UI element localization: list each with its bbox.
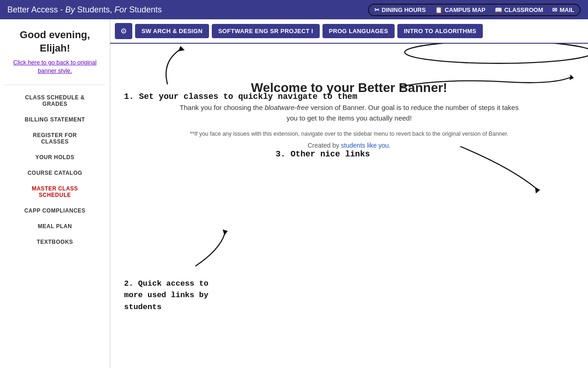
- welcome-desc-end: version of Banner. Our goal is to reduce…: [287, 104, 519, 122]
- welcome-desc-start: Thank you for choosing the: [180, 104, 265, 111]
- svg-marker-1: [570, 75, 574, 80]
- welcome-desc-italic: bloatware-free: [265, 104, 309, 111]
- tab-intro-algo[interactable]: INTRO TO ALGORITHMS: [397, 24, 483, 38]
- settings-icon: ⚙: [120, 27, 127, 35]
- credit-period: .: [389, 142, 390, 149]
- layout: Good evening, Elijah! Click here to go b…: [0, 19, 588, 368]
- sidebar-item-meal-plan[interactable]: MEAL PLAN: [5, 218, 105, 234]
- welcome-note: **If you face any issues with this exten…: [175, 131, 524, 137]
- callout-1: 1. Set your classes to quickly navigate …: [124, 92, 357, 101]
- header: Better Access - By Students, For Student…: [0, 0, 588, 19]
- classroom-icon: 📖: [495, 6, 502, 13]
- sidebar-item-master-class[interactable]: MASTER CLASSSCHEDULE: [5, 181, 105, 203]
- callout-2: 2. Quick access tomore used links bystud…: [124, 278, 209, 313]
- sidebar-greeting: Good evening, Elijah!: [5, 29, 105, 55]
- sidebar-divider: [5, 85, 105, 85]
- header-title: Better Access - By Students, For Student…: [7, 5, 162, 15]
- sidebar-item-holds[interactable]: YOUR HOLDS: [5, 150, 105, 165]
- sidebar-banner-link[interactable]: Click here to go back to original banner…: [5, 58, 105, 75]
- callout-3: 3. Other nice links: [276, 150, 370, 159]
- svg-marker-0: [178, 46, 185, 52]
- nav-mail[interactable]: ✉ MAIL: [552, 6, 574, 13]
- tab-sw-arch[interactable]: SW ARCH & DESIGN: [135, 24, 209, 38]
- sidebar-item-billing[interactable]: BILLING STATEMENT: [5, 112, 105, 127]
- content-area: 1. Set your classes to quickly navigate …: [110, 44, 588, 368]
- sidebar-item-textbooks[interactable]: TEXTBOOKS: [5, 234, 105, 250]
- header-nav: ✂ DINING HOURS 📋 CAMPUS MAP 📖 CLASSROOM …: [368, 4, 581, 16]
- sidebar-item-course-catalog[interactable]: COURSE CATALOG: [5, 165, 105, 181]
- dining-icon: ✂: [374, 6, 379, 13]
- welcome-section: Welcome to your Better Banner! Thank you…: [124, 80, 574, 149]
- sidebar: Good evening, Elijah! Click here to go b…: [0, 19, 110, 368]
- campus-map-icon: 📋: [435, 6, 442, 13]
- settings-button[interactable]: ⚙: [115, 23, 132, 39]
- welcome-credit: Created by students like you.: [124, 142, 574, 149]
- welcome-desc: Thank you for choosing the bloatware-fre…: [175, 103, 524, 123]
- svg-point-2: [405, 44, 588, 63]
- nav-classroom[interactable]: 📖 CLASSROOM: [495, 6, 543, 13]
- tab-sw-eng[interactable]: SOFTWARE ENG SR PROJECT I: [212, 24, 320, 38]
- sidebar-item-class-schedule[interactable]: CLASS SCHEDULE &GRADES: [5, 90, 105, 112]
- credit-text: Created by: [308, 142, 341, 149]
- tabs-bar: ⚙ SW ARCH & DESIGN SOFTWARE ENG SR PROJE…: [110, 19, 588, 44]
- sidebar-item-register[interactable]: REGISTER FORCLASSES: [5, 127, 105, 150]
- nav-campus-map[interactable]: 📋 CAMPUS MAP: [435, 6, 486, 13]
- svg-marker-3: [223, 230, 228, 236]
- svg-marker-4: [535, 187, 540, 194]
- main-content: ⚙ SW ARCH & DESIGN SOFTWARE ENG SR PROJE…: [110, 19, 588, 368]
- mail-icon: ✉: [552, 6, 557, 13]
- mail-label: MAIL: [560, 6, 574, 13]
- students-link[interactable]: students like you: [341, 142, 389, 149]
- campus-map-label: CAMPUS MAP: [445, 6, 486, 13]
- sidebar-item-capp[interactable]: CAPP COMPLIANCES: [5, 203, 105, 218]
- tab-prog-lang[interactable]: PROG LANGUAGES: [322, 24, 395, 38]
- dining-hours-label: DINING HOURS: [382, 6, 426, 13]
- classroom-label: CLASSROOM: [504, 6, 543, 13]
- nav-dining-hours[interactable]: ✂ DINING HOURS: [374, 6, 426, 13]
